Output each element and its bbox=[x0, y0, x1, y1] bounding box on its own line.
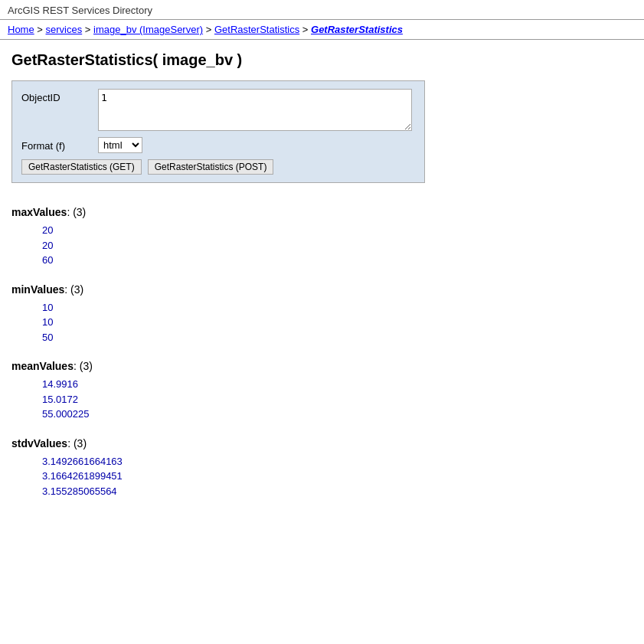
page-heading: GetRasterStatistics( image_bv ) bbox=[11, 51, 633, 69]
main-content: GetRasterStatistics( image_bv ) ObjectID… bbox=[0, 40, 644, 525]
breadcrumb-imageserver[interactable]: image_bv (ImageServer) bbox=[93, 24, 203, 35]
stdv-values-label: stdvValues: (3) bbox=[11, 437, 633, 449]
breadcrumb-home[interactable]: Home bbox=[8, 24, 34, 35]
max-val-1: 20 bbox=[42, 223, 633, 238]
max-values-block: maxValues: (3) 20 20 60 bbox=[11, 206, 633, 268]
post-button[interactable]: GetRasterStatistics (POST) bbox=[148, 159, 274, 175]
max-values-list: 20 20 60 bbox=[11, 223, 633, 268]
mean-values-label-text: meanValues bbox=[11, 360, 74, 372]
objectid-row: ObjectID 1 bbox=[21, 89, 415, 131]
form-box: ObjectID 1 Format (f) html json pjson Ge… bbox=[11, 80, 425, 183]
format-select[interactable]: html json pjson bbox=[98, 137, 142, 153]
mean-values-block: meanValues: (3) 14.9916 15.0172 55.00022… bbox=[11, 360, 633, 422]
mean-val-3: 55.000225 bbox=[42, 407, 633, 422]
max-val-3: 60 bbox=[42, 253, 633, 268]
stdv-val-1: 3.1492661664163 bbox=[42, 454, 633, 469]
min-val-1: 10 bbox=[42, 300, 633, 315]
mean-values-label: meanValues: (3) bbox=[11, 360, 633, 372]
stdv-values-count: : (3) bbox=[67, 437, 87, 449]
get-button[interactable]: GetRasterStatistics (GET) bbox=[21, 159, 142, 175]
mean-values-count: : (3) bbox=[74, 360, 93, 372]
max-values-count: : (3) bbox=[67, 206, 86, 218]
objectid-input[interactable]: 1 bbox=[98, 89, 412, 131]
max-values-label-text: maxValues bbox=[11, 206, 67, 218]
max-val-2: 20 bbox=[42, 238, 633, 253]
min-values-label: minValues: (3) bbox=[11, 283, 633, 296]
min-val-3: 50 bbox=[42, 330, 633, 345]
max-values-label: maxValues: (3) bbox=[11, 206, 633, 218]
stdv-values-list: 3.1492661664163 3.1664261899451 3.155285… bbox=[11, 454, 633, 499]
breadcrumb-getrasterstatistics-op[interactable]: GetRasterStatistics bbox=[214, 24, 299, 35]
mean-val-2: 15.0172 bbox=[42, 392, 633, 407]
min-val-2: 10 bbox=[42, 315, 633, 330]
form-buttons: GetRasterStatistics (GET) GetRasterStati… bbox=[21, 159, 415, 175]
results-section: maxValues: (3) 20 20 60 minValues: (3) 1… bbox=[11, 206, 633, 499]
stdv-val-3: 3.155285065564 bbox=[42, 484, 633, 499]
min-values-block: minValues: (3) 10 10 50 bbox=[11, 283, 633, 345]
min-values-list: 10 10 50 bbox=[11, 300, 633, 345]
format-label: Format (f) bbox=[21, 137, 98, 152]
mean-val-1: 14.9916 bbox=[42, 377, 633, 392]
app-title-text: ArcGIS REST Services Directory bbox=[8, 5, 152, 16]
min-values-count: : (3) bbox=[64, 283, 83, 296]
breadcrumb-getrasterstatistics-current[interactable]: GetRasterStatistics bbox=[311, 24, 403, 35]
app-title: ArcGIS REST Services Directory bbox=[0, 0, 644, 19]
breadcrumb-services[interactable]: services bbox=[46, 24, 83, 35]
min-values-label-text: minValues bbox=[11, 283, 64, 296]
mean-values-list: 14.9916 15.0172 55.000225 bbox=[11, 377, 633, 422]
stdv-values-block: stdvValues: (3) 3.1492661664163 3.166426… bbox=[11, 437, 633, 499]
breadcrumb: Home > services > image_bv (ImageServer)… bbox=[0, 19, 644, 40]
stdv-val-2: 3.1664261899451 bbox=[42, 469, 633, 484]
objectid-label: ObjectID bbox=[21, 89, 98, 103]
stdv-values-label-text: stdvValues bbox=[11, 437, 67, 449]
format-row: Format (f) html json pjson bbox=[21, 137, 415, 153]
